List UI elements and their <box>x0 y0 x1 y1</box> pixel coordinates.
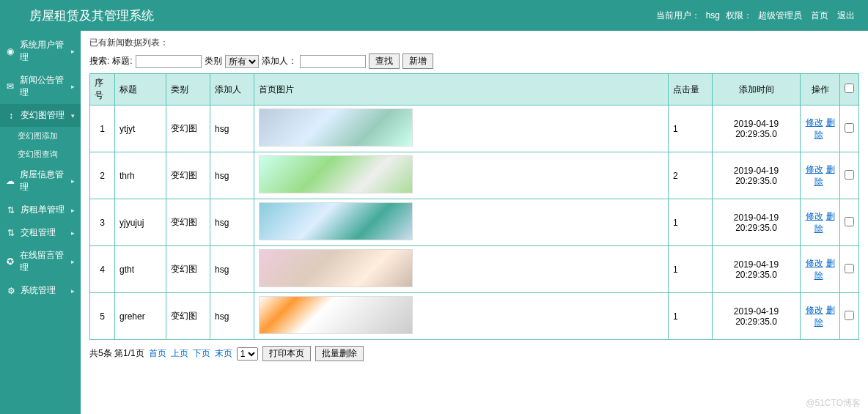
edit-link[interactable]: 修改 <box>806 211 823 221</box>
data-table: 序号 标题 类别 添加人 首页图片 点击量 添加时间 操作 1ytjyt变幻图h… <box>89 73 859 340</box>
cell-ops: 修改删除 <box>801 293 840 340</box>
route-icon: ⇅ <box>6 205 16 215</box>
thumbnail-image <box>259 296 413 334</box>
chevron-right-icon: ▸ <box>71 177 75 185</box>
search-find-button[interactable]: 查找 <box>369 53 400 69</box>
col-hits: 点击量 <box>669 74 713 106</box>
search-category-select[interactable]: 所有 <box>225 55 259 68</box>
cell-category: 变幻图 <box>166 293 210 340</box>
pager-prev[interactable]: 上页 <box>171 347 188 360</box>
sidebar-item-3[interactable]: ☁房屋信息管理▸ <box>0 163 81 199</box>
sidebar-item-6[interactable]: ✪在线留言管理▸ <box>0 244 81 279</box>
pager: 共5条 第1/1页 首页 上页 下页 末页 1 打印本页 批量删除 <box>89 346 859 361</box>
image-icon: ↕ <box>6 111 16 121</box>
app-title: 房屋租赁及其管理系统 <box>29 7 154 24</box>
cell-ops: 修改删除 <box>801 106 840 152</box>
cell-adder: hsg <box>210 152 254 199</box>
table-row: 3yjyujuj变幻图hsg12019-04-19 20:29:35.0修改删除 <box>90 199 859 246</box>
edit-link[interactable]: 修改 <box>806 305 823 315</box>
sidebar-item-2[interactable]: ↕变幻图管理▾ <box>0 104 81 127</box>
cell-checkbox <box>840 106 859 152</box>
pager-page-select[interactable]: 1 <box>237 347 258 361</box>
chevron-right-icon: ▸ <box>71 83 75 90</box>
nav-home-link[interactable]: 首页 <box>811 10 828 22</box>
row-checkbox[interactable] <box>845 170 854 180</box>
sidebar-item-label: 在线留言管理 <box>20 249 67 274</box>
sidebar-item-label: 变幻图管理 <box>21 109 65 122</box>
cell-image <box>254 293 669 340</box>
sidebar-item-label: 新闻公告管理 <box>20 74 67 99</box>
cell-checkbox <box>840 293 859 340</box>
pager-summary: 共5条 第1/1页 <box>89 347 144 360</box>
search-bar: 搜索: 标题: 类别 所有 添加人： 查找 新增 <box>89 53 859 69</box>
role-label: 权限： <box>726 10 752 22</box>
cell-hits: 1 <box>669 199 713 246</box>
cell-image <box>254 152 669 199</box>
route-icon: ⇅ <box>6 228 16 238</box>
table-row: 5greher变幻图hsg12019-04-19 20:29:35.0修改删除 <box>90 293 859 340</box>
cell-addtime: 2019-04-19 20:29:35.0 <box>713 152 801 199</box>
cell-title: gtht <box>115 246 166 293</box>
cell-addtime: 2019-04-19 20:29:35.0 <box>713 293 801 340</box>
cell-image <box>254 106 669 152</box>
cell-seq: 5 <box>90 293 115 340</box>
pager-next[interactable]: 下页 <box>193 347 210 360</box>
chevron-right-icon: ▸ <box>71 207 75 214</box>
current-user-label: 当前用户： <box>656 10 700 22</box>
table-row: 1ytjyt变幻图hsg12019-04-19 20:29:35.0修改删除 <box>90 106 859 152</box>
sidebar-item-label: 交租管理 <box>21 226 56 239</box>
pager-batch-delete-button[interactable]: 批量删除 <box>315 346 364 361</box>
sidebar-subitem-2-0[interactable]: 变幻图添加 <box>18 127 81 145</box>
sidebar-item-5[interactable]: ⇅交租管理▸ <box>0 221 81 244</box>
search-adder-input[interactable] <box>300 55 366 68</box>
sidebar-item-1[interactable]: ✉新闻公告管理▸ <box>0 69 81 104</box>
select-all-checkbox[interactable] <box>845 84 854 93</box>
search-title-input[interactable] <box>136 55 202 68</box>
sidebar-item-7[interactable]: ⚙系统管理▸ <box>0 279 81 302</box>
row-checkbox[interactable] <box>845 217 854 226</box>
row-checkbox[interactable] <box>845 311 854 320</box>
cell-checkbox <box>840 152 859 199</box>
msg-icon: ✪ <box>6 256 15 267</box>
cell-image <box>254 199 669 246</box>
pager-last[interactable]: 末页 <box>215 347 232 360</box>
list-heading: 已有新闻数据列表： <box>89 37 859 49</box>
chevron-down-icon: ▾ <box>71 112 75 119</box>
edit-link[interactable]: 修改 <box>806 258 823 268</box>
cell-hits: 1 <box>669 106 713 152</box>
sidebar-item-0[interactable]: ◉系统用户管理▸ <box>0 34 81 69</box>
cell-category: 变幻图 <box>166 152 210 199</box>
pager-print-button[interactable]: 打印本页 <box>262 346 311 361</box>
search-add-button[interactable]: 新增 <box>402 53 433 69</box>
edit-link[interactable]: 修改 <box>806 164 823 174</box>
cell-ops: 修改删除 <box>801 246 840 293</box>
cell-seq: 4 <box>90 246 115 293</box>
col-seq: 序号 <box>90 74 115 106</box>
watermark: @51CTO博客 <box>806 397 861 410</box>
gear-icon: ⚙ <box>6 286 16 296</box>
cell-adder: hsg <box>210 106 254 152</box>
sidebar-subitem-2-1[interactable]: 变幻图查询 <box>18 145 81 163</box>
sidebar-item-label: 房屋信息管理 <box>20 169 67 193</box>
role-value: 超级管理员 <box>758 10 802 22</box>
col-title: 标题 <box>115 74 166 106</box>
row-checkbox[interactable] <box>845 123 854 133</box>
current-user: hsg <box>706 10 720 21</box>
chevron-right-icon: ▸ <box>71 258 75 265</box>
cell-addtime: 2019-04-19 20:29:35.0 <box>713 246 801 293</box>
cell-hits: 2 <box>669 152 713 199</box>
cell-title: yjyujuj <box>115 199 166 246</box>
edit-link[interactable]: 修改 <box>806 117 823 127</box>
chevron-right-icon: ▸ <box>71 229 75 237</box>
cell-adder: hsg <box>210 293 254 340</box>
row-checkbox[interactable] <box>845 264 854 273</box>
cell-image <box>254 246 669 293</box>
sidebar-item-4[interactable]: ⇅房租单管理▸ <box>0 199 81 221</box>
nav-logout-link[interactable]: 退出 <box>837 10 855 22</box>
pager-first[interactable]: 首页 <box>149 347 166 360</box>
sidebar-item-label: 系统管理 <box>21 284 56 297</box>
cell-checkbox <box>840 199 859 246</box>
cell-addtime: 2019-04-19 20:29:35.0 <box>713 106 801 152</box>
cell-category: 变幻图 <box>166 246 210 293</box>
main-content: 已有新闻数据列表： 搜索: 标题: 类别 所有 添加人： 查找 新增 序号 标题 <box>81 31 868 414</box>
